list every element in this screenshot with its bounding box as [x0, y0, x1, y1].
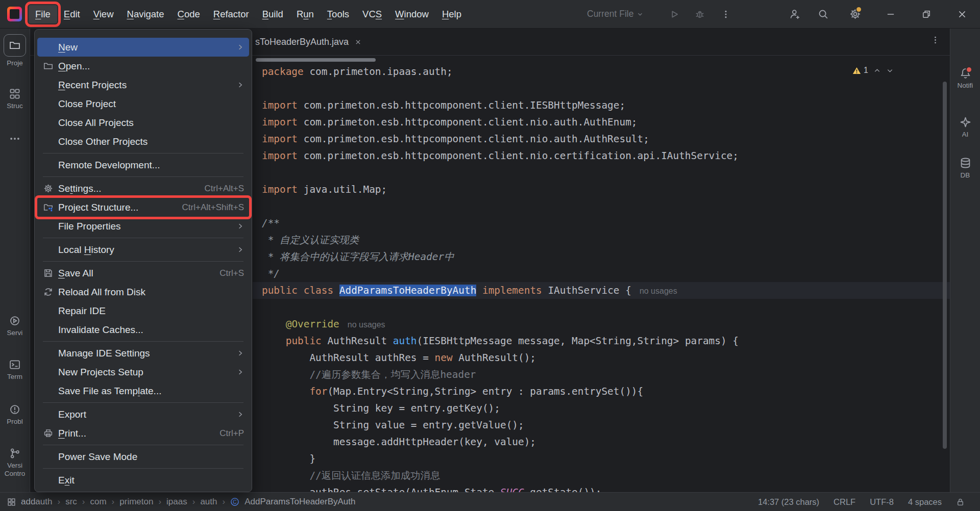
menu-item-repair-ide[interactable]: Repair IDE	[37, 301, 249, 320]
run-button[interactable]	[663, 0, 685, 28]
menu-item-invalidate-caches[interactable]: Invalidate Caches...	[37, 320, 249, 339]
blank-icon	[42, 367, 54, 378]
editor-scrollbar[interactable]	[943, 82, 947, 449]
code-area[interactable]: package com.primeton.ipaas.auth;import c…	[253, 63, 950, 493]
blank-icon	[42, 409, 54, 420]
restore-button[interactable]	[915, 0, 938, 28]
menu-item-file-properties[interactable]: File Properties	[37, 217, 249, 236]
close-window-button[interactable]	[951, 0, 973, 28]
settings-button[interactable]	[844, 0, 866, 28]
sidebar-item-notifications[interactable]: Notifi	[950, 67, 980, 89]
menu-item-remote-development[interactable]: Remote Development...	[37, 156, 249, 174]
project_structure-icon	[42, 202, 54, 213]
caret-position-widget[interactable]: 14:37 (23 chars)	[758, 497, 819, 507]
menubar-item-run[interactable]: Run	[290, 5, 321, 23]
sidebar-item-project[interactable]: Proje	[0, 34, 30, 67]
sidebar-item-ai-assistant[interactable]: AI	[950, 116, 980, 138]
debug-button[interactable]	[689, 0, 711, 28]
menu-item-new[interactable]: New	[37, 38, 249, 57]
code-with-me-button[interactable]	[783, 0, 806, 28]
breadcrumb-item[interactable]: addauth	[21, 497, 52, 507]
blank-icon	[42, 80, 54, 91]
search-everywhere-button[interactable]	[812, 0, 835, 28]
file-menu-popup: NewOpen...Recent ProjectsClose ProjectCl…	[34, 29, 252, 492]
menu-item-recent-projects[interactable]: Recent Projects	[37, 75, 249, 94]
more-actions-button[interactable]	[715, 0, 737, 28]
terminal-icon	[9, 359, 20, 370]
menubar-item-refactor[interactable]: Refactor	[207, 5, 256, 23]
sidebar-item-database[interactable]: DB	[950, 157, 980, 179]
minimize-button[interactable]	[879, 0, 902, 28]
indent-widget[interactable]: 4 spaces	[908, 497, 942, 507]
services-icon	[9, 315, 20, 326]
sidebar-item-terminal[interactable]: Term	[0, 359, 30, 380]
menubar-item-window[interactable]: Window	[388, 5, 435, 23]
run-configuration-selector[interactable]: Current File	[587, 0, 644, 28]
sidebar-item-problems[interactable]: Probl	[0, 404, 30, 425]
menu-item-local-history[interactable]: Local History	[37, 240, 249, 259]
sidebar-item-structure[interactable]: Struc	[0, 88, 30, 110]
breadcrumb-separator: ›	[112, 497, 115, 507]
sidebar-label: Term	[7, 373, 22, 380]
code-line: import com.primeton.esb.httpcomponent.cl…	[253, 114, 950, 131]
printer-icon	[42, 428, 54, 439]
line-ending-widget[interactable]: CRLF	[834, 497, 855, 507]
menubar-item-build[interactable]: Build	[256, 5, 290, 23]
notification-dot	[966, 66, 972, 73]
ai-sparkle-icon	[960, 116, 971, 128]
menu-item-power-save-mode[interactable]: Power Save Mode	[37, 447, 249, 466]
menu-item-reload-all-from-disk[interactable]: Reload All from Disk	[37, 283, 249, 301]
code-line: package com.primeton.ipaas.auth;	[253, 63, 950, 80]
search-icon	[818, 9, 829, 20]
breadcrumb-item[interactable]: src	[65, 497, 77, 507]
menu-item-close-all-projects[interactable]: Close All Projects	[37, 113, 249, 132]
menu-item-manage-ide-settings[interactable]: Manage IDE Settings	[37, 344, 249, 363]
breadcrumb-item[interactable]: primeton	[119, 497, 153, 507]
lock-icon[interactable]	[956, 498, 965, 506]
submenu-chevron-icon	[236, 222, 244, 230]
menu-item-save-file-as-template[interactable]: Save File as Template...	[37, 381, 249, 400]
code-line: */	[253, 265, 950, 282]
menubar-item-navigate[interactable]: Navigate	[120, 5, 171, 23]
menubar-item-tools[interactable]: Tools	[321, 5, 356, 23]
submenu-chevron-icon	[236, 246, 244, 253]
folder-icon	[9, 40, 20, 51]
menu-item-close-other-projects[interactable]: Close Other Projects	[37, 132, 249, 151]
menu-item-close-project[interactable]: Close Project	[37, 94, 249, 113]
code-line: for(Map.Entry<String,String> entry : par…	[253, 383, 950, 400]
menubar-item-file[interactable]: File	[29, 5, 57, 23]
sidebar-item-services[interactable]: Servi	[0, 315, 30, 337]
sidebar-label: Contro	[5, 470, 26, 477]
menu-item-project-structure[interactable]: Project Structure...Ctrl+Alt+Shift+S	[37, 198, 249, 217]
menubar-item-view[interactable]: View	[87, 5, 120, 23]
svg-text:C: C	[233, 499, 237, 505]
menubar-item-edit[interactable]: Edit	[57, 5, 87, 23]
menu-item-label: Save File as Template...	[58, 386, 161, 397]
breadcrumb-item[interactable]: AddParamsToHeaderByAuth	[244, 497, 355, 507]
menu-item-save-all[interactable]: Save AllCtrl+S	[37, 264, 249, 283]
database-icon	[960, 157, 971, 169]
breadcrumb-item[interactable]: auth	[200, 497, 217, 507]
menubar-item-vcs[interactable]: VCS	[356, 5, 388, 23]
encoding-widget[interactable]: UTF-8	[870, 497, 894, 507]
menubar-item-code[interactable]: Code	[171, 5, 207, 23]
problems-icon	[9, 404, 20, 415]
tab-close-icon[interactable]	[355, 39, 361, 45]
editor-tab[interactable]: sToHeaderByAuth.java	[255, 29, 361, 55]
code-line: String value = entry.getValue();	[253, 417, 950, 433]
menu-item-settings[interactable]: Settings...Ctrl+Alt+S	[37, 179, 249, 198]
ide-window: FileEditViewNavigateCodeRefactorBuildRun…	[0, 0, 980, 511]
menu-item-new-projects-setup[interactable]: New Projects Setup	[37, 363, 249, 381]
sidebar-item-more-tools[interactable]	[0, 133, 30, 144]
breadcrumb-item[interactable]: com	[90, 497, 106, 507]
menu-item-exit[interactable]: Exit	[37, 471, 249, 490]
menubar-item-help[interactable]: Help	[435, 5, 468, 23]
tab-strip-scrollbar[interactable]	[256, 58, 376, 62]
bug-icon	[695, 9, 705, 19]
editor-options-button[interactable]	[931, 36, 940, 44]
sidebar-item-version-control[interactable]: Versi Contro	[0, 448, 30, 477]
menu-item-export[interactable]: Export	[37, 405, 249, 424]
menu-item-print[interactable]: Print...Ctrl+P	[37, 424, 249, 443]
menu-item-open[interactable]: Open...	[37, 57, 249, 75]
breadcrumb-item[interactable]: ipaas	[166, 497, 187, 507]
